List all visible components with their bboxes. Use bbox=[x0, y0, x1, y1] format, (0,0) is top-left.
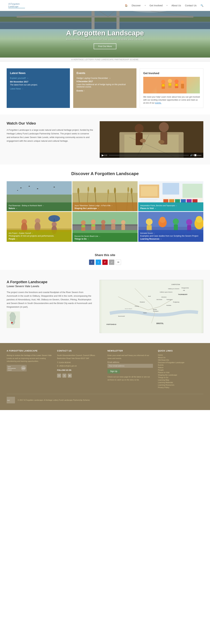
svg-rect-79 bbox=[163, 199, 168, 202]
discover-item-learning[interactable]: Animated Severn → Examples and Case stud… bbox=[138, 212, 203, 242]
svg-point-52 bbox=[29, 186, 30, 186]
news-link1[interactable]: Explain yourself! → bbox=[10, 77, 29, 79]
svg-point-25 bbox=[168, 79, 172, 83]
quick-link-item[interactable]: Shaping the Landscape bbox=[158, 374, 203, 376]
video-player[interactable]: A Forgotten Landscape ▶ 0:00 🔊 ⚙ ⬜ vimeo bbox=[100, 121, 203, 158]
hero-cta-button[interactable]: Find Out More bbox=[94, 44, 116, 49]
hero-title: A Forgotten Landscape bbox=[66, 29, 144, 37]
newsletter-signup-button[interactable]: Sign Up bbox=[107, 369, 120, 374]
footer-col1-heading: A FORGOTTEN LANDSCAPE bbox=[7, 350, 52, 352]
footer-logo: South Gloucestershire Council SGC bbox=[7, 365, 52, 372]
quick-link-item[interactable]: Events bbox=[158, 364, 203, 366]
svg-point-121 bbox=[173, 218, 179, 224]
svg-rect-112 bbox=[121, 224, 125, 230]
footer-twitter-icon[interactable]: t bbox=[62, 374, 66, 378]
quick-link-item[interactable]: Discover A Forgotten Landscape bbox=[158, 362, 203, 364]
footer-col-newsletter: NEWSLETTER Enter your email and we'll ke… bbox=[107, 350, 153, 389]
discover-item-nature[interactable]: Paul Bowerman - Birding on Northwick War… bbox=[7, 181, 72, 211]
svg-point-54 bbox=[17, 190, 18, 191]
discover-item-things[interactable]: Discover the Severn Beach Line → Things … bbox=[72, 212, 137, 242]
svg-text:THORNBURY: THORNBURY bbox=[178, 294, 187, 295]
svg-rect-49 bbox=[7, 181, 72, 194]
svg-point-70 bbox=[114, 188, 116, 194]
landscape-link[interactable]: Shaping the Landscape → bbox=[74, 207, 135, 210]
svg-text:HLF: HLF bbox=[7, 400, 10, 401]
quick-link-item[interactable]: Things to Do bbox=[158, 376, 203, 378]
svg-rect-76 bbox=[162, 183, 179, 194]
search-icon[interactable]: 🔍 bbox=[200, 4, 203, 7]
svg-rect-21 bbox=[0, 11, 210, 29]
nav-get-involved[interactable]: Get Involved bbox=[150, 4, 163, 7]
events-all-link[interactable]: Events ↑ bbox=[77, 90, 85, 92]
footer-col3-heading: NEWSLETTER bbox=[107, 350, 153, 352]
quick-link-item[interactable]: Learning Map bbox=[158, 379, 203, 381]
share-pinterest-button[interactable]: P bbox=[102, 260, 108, 265]
svg-text:Tockington: Tockington bbox=[166, 299, 173, 300]
video-play-icon[interactable]: ▶ bbox=[102, 154, 104, 157]
learning-tag: Animated Severn → bbox=[140, 232, 155, 234]
video-desc: A Forgotten Landscape is a large-scale n… bbox=[7, 128, 93, 143]
nav-home[interactable]: 🏠 bbox=[125, 4, 128, 7]
svg-point-103 bbox=[81, 220, 86, 225]
get-involved-heading: Get Involved bbox=[143, 72, 200, 75]
nav-about-us[interactable]: About Us bbox=[171, 4, 181, 7]
hero-section: A Forgotten Landscape RESTORING THE HERI… bbox=[0, 11, 210, 58]
svg-text:Hallen: Hallen bbox=[143, 312, 147, 314]
footer-instagram-icon[interactable]: in bbox=[68, 374, 72, 378]
nav-contact-us[interactable]: Contact Us bbox=[185, 4, 196, 7]
discover-item-people[interactable]: Arts Project – Explain Yourself → Photog… bbox=[7, 212, 72, 242]
svg-rect-31 bbox=[162, 84, 165, 86]
svg-text:Gloucestershire: Gloucestershire bbox=[8, 368, 16, 369]
svg-rect-114 bbox=[92, 224, 95, 226]
svg-point-69 bbox=[107, 189, 109, 194]
site-logo[interactable]: A Forgotten Landscape bbox=[7, 2, 27, 9]
get-involved-events-link[interactable]: events. bbox=[155, 102, 162, 104]
svg-text:Littleton-upon-Severn: Littleton-upon-Severn bbox=[160, 291, 172, 293]
svg-rect-77 bbox=[182, 184, 202, 199]
svg-text:Pilning: Pilning bbox=[135, 306, 139, 307]
svg-rect-80 bbox=[169, 199, 174, 202]
quick-link-item[interactable]: Home bbox=[158, 354, 203, 356]
events-title-link[interactable]: Hedge Laying Course December → bbox=[77, 77, 111, 79]
learning-link[interactable]: Learning Resources → bbox=[140, 238, 201, 240]
share-email-button[interactable]: ✉ bbox=[116, 260, 121, 265]
share-twitter-button[interactable]: t bbox=[96, 260, 101, 265]
quick-link-item[interactable]: Old Down Etc bbox=[158, 359, 203, 361]
nav-discover[interactable]: Discover bbox=[132, 4, 141, 7]
footer-col2-heading: CONTACT US bbox=[57, 350, 103, 352]
nature-link[interactable]: Nature → bbox=[9, 207, 70, 210]
discover-item-landscape[interactable]: Joyce Titbeenham: Salmon Lodge – A Part … bbox=[72, 181, 137, 211]
footer-tel: T: 01454 863040 bbox=[57, 361, 103, 364]
discover-item-places[interactable]: Interpretation Points, Benches and Topos… bbox=[138, 181, 203, 211]
svg-point-111 bbox=[121, 220, 125, 224]
quick-link-item[interactable]: People bbox=[158, 369, 203, 371]
footer-email[interactable]: E: afl@southglos.gov.uk bbox=[57, 365, 103, 367]
newsletter-email-input[interactable] bbox=[107, 364, 153, 368]
quick-link-item[interactable]: Nature bbox=[158, 366, 203, 368]
news-all-link[interactable]: Latest News → bbox=[10, 88, 24, 90]
svg-point-71 bbox=[127, 187, 129, 192]
footer-newsletter-desc: Enter your email and we'll keep you info… bbox=[107, 354, 153, 360]
footer-address: South Gloucestershire Council, Council O… bbox=[57, 354, 103, 360]
hero-subtitle: RESTORING THE HERITAGE OF THE LOWER SEVE… bbox=[66, 38, 144, 40]
places-link[interactable]: Places to Visit → bbox=[140, 207, 201, 210]
hero-content: A Forgotten Landscape RESTORING THE HERI… bbox=[66, 29, 144, 49]
quick-link-item[interactable]: Places to Visit bbox=[158, 372, 203, 374]
people-link[interactable]: People → bbox=[9, 238, 70, 240]
share-facebook-button[interactable]: f bbox=[89, 260, 94, 265]
quick-link-item[interactable]: Learning Resources bbox=[158, 384, 203, 386]
quick-link-item[interactable]: Privacy Policy bbox=[158, 386, 203, 388]
video-thumbnail: A Forgotten Landscape bbox=[100, 121, 203, 158]
svg-text:Rudgeway: Rudgeway bbox=[173, 301, 179, 303]
svg-point-126 bbox=[196, 216, 202, 223]
footer-facebook-icon[interactable]: f bbox=[57, 374, 61, 378]
svg-point-123 bbox=[186, 219, 192, 225]
svg-text:Severn Beach: Severn Beach bbox=[125, 308, 132, 309]
share-share-button[interactable]: ↗ bbox=[109, 260, 114, 265]
svg-point-29 bbox=[181, 80, 184, 84]
footer-social: f t in bbox=[57, 374, 103, 378]
svg-text:SGC: SGC bbox=[22, 368, 26, 369]
quick-link-item[interactable]: About Us bbox=[158, 356, 203, 358]
quick-link-item[interactable]: Learning Materials bbox=[158, 382, 203, 384]
things-link[interactable]: Things to Do → bbox=[74, 238, 135, 240]
